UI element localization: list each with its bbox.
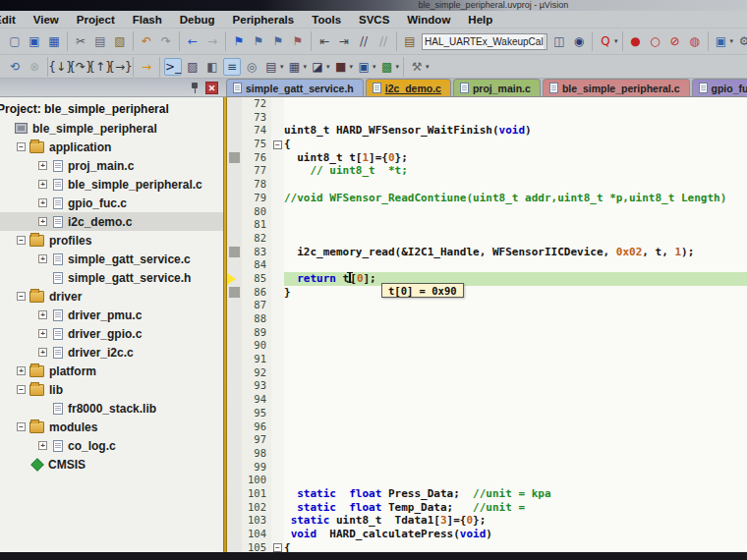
breakpoint-margin[interactable] bbox=[227, 97, 242, 111]
pin-icon[interactable] bbox=[190, 82, 200, 93]
code-line-74[interactable]: 74uint8_t HARD_WFSensor_WaitFinish(void) bbox=[227, 124, 747, 138]
redo-icon[interactable]: ↷ bbox=[157, 32, 175, 50]
cut-icon[interactable]: ✂ bbox=[72, 32, 89, 50]
expander-minus-icon[interactable]: − bbox=[17, 422, 26, 431]
tree-item-driver-i2c-c[interactable]: +driver_i2c.c bbox=[0, 343, 223, 362]
breakpoint-margin[interactable] bbox=[227, 312, 242, 326]
expander-plus-icon[interactable]: + bbox=[38, 180, 47, 189]
bookmark-prev-icon[interactable]: ⚑ bbox=[250, 32, 267, 50]
code-line-99[interactable]: 99 bbox=[227, 461, 747, 475]
code-line-91[interactable]: 91 bbox=[227, 353, 747, 366]
expander-plus-icon[interactable]: + bbox=[38, 441, 47, 450]
tree-item-driver-pmu-c[interactable]: +driver_pmu.c bbox=[0, 306, 223, 324]
tree-item-ble-simple-peripheral-c[interactable]: +ble_simple_peripheral.c bbox=[0, 175, 223, 194]
menu-project[interactable]: Project bbox=[68, 13, 124, 27]
disassembly-icon[interactable]: ▨ bbox=[184, 58, 201, 76]
code-line-88[interactable]: 88 bbox=[227, 312, 747, 326]
serial-window-icon[interactable]: ◪ bbox=[309, 58, 326, 76]
toolbox-icon[interactable]: ⚒ bbox=[408, 58, 426, 76]
tree-item-i2c-demo-c[interactable]: +i2c_demo.c bbox=[0, 212, 223, 231]
expander-plus-icon[interactable]: + bbox=[38, 198, 47, 207]
tree-item-simple-gatt-service-c[interactable]: +simple_gatt_service.c bbox=[0, 250, 223, 268]
code-line-92[interactable]: 92 bbox=[227, 366, 747, 380]
expander-plus-icon[interactable]: + bbox=[38, 161, 47, 170]
code-line-100[interactable]: 100 bbox=[227, 474, 747, 487]
breakpoint-margin[interactable] bbox=[227, 528, 242, 541]
fold-collapse-icon[interactable]: − bbox=[273, 140, 282, 149]
code-line-84[interactable]: 84 bbox=[227, 258, 747, 272]
expander-plus-icon[interactable]: + bbox=[38, 348, 47, 357]
code-line-86[interactable]: 86} bbox=[227, 286, 747, 300]
indent-icon[interactable]: ⇥ bbox=[335, 32, 353, 50]
breakpoint-margin[interactable] bbox=[227, 205, 242, 219]
breakpoint-margin[interactable] bbox=[227, 420, 242, 434]
code-line-81[interactable]: 81 bbox=[227, 218, 747, 232]
code-line-80[interactable]: 80 bbox=[227, 205, 747, 219]
tree-item-driver[interactable]: −driver bbox=[0, 287, 223, 306]
menu-tools[interactable]: Tools bbox=[303, 13, 350, 27]
save-all-icon[interactable]: ▦ bbox=[45, 32, 63, 50]
chevron-down-icon[interactable]: ▾ bbox=[426, 63, 430, 71]
code-line-90[interactable]: 90 bbox=[227, 339, 747, 353]
code-line-76[interactable]: 76 uint8_t t[1]={0}; bbox=[227, 151, 747, 165]
configure-icon[interactable]: ⚙ bbox=[735, 32, 747, 50]
breakpoint-margin[interactable] bbox=[227, 246, 242, 259]
tree-item-driver-gpio-c[interactable]: +driver_gpio.c bbox=[0, 324, 223, 343]
tab-ble_simple_peripheral-c[interactable]: ble_simple_peripheral.c bbox=[543, 79, 690, 96]
command-window-icon[interactable]: >_ bbox=[164, 58, 182, 76]
tree-item-proj-main-c[interactable]: +proj_main.c bbox=[0, 156, 223, 175]
breakpoint-toggle-icon[interactable]: ○ bbox=[647, 32, 664, 50]
search-files-icon[interactable]: ◫ bbox=[550, 32, 568, 50]
new-file-icon[interactable]: ▢ bbox=[6, 32, 24, 50]
code-line-78[interactable]: 78 bbox=[227, 178, 747, 192]
tree-item-lib[interactable]: −lib bbox=[0, 380, 223, 399]
copy-icon[interactable]: ▤ bbox=[91, 32, 109, 50]
expander-plus-icon[interactable]: + bbox=[38, 310, 47, 319]
watch-window-icon[interactable]: ▤ bbox=[262, 58, 280, 76]
code-line-77[interactable]: 77 // uint8_t *t; bbox=[227, 164, 747, 178]
uncomment-icon[interactable]: // bbox=[374, 32, 392, 50]
code-line-104[interactable]: 104 void HARD_calculatePress(void) bbox=[227, 528, 747, 541]
registers-icon[interactable]: ≡ bbox=[223, 58, 241, 76]
tab-simple_gatt_service-h[interactable]: simple_gatt_service.h bbox=[226, 79, 364, 96]
expander-plus-icon[interactable]: + bbox=[38, 254, 47, 263]
breakpoint-margin[interactable] bbox=[227, 192, 242, 205]
breakpoint-margin[interactable] bbox=[227, 514, 242, 528]
expander-minus-icon[interactable]: − bbox=[17, 142, 26, 151]
stop-debug-icon[interactable]: ⊗ bbox=[26, 58, 43, 76]
code-line-85[interactable]: 85 return t[0]; bbox=[227, 272, 747, 286]
expander-minus-icon[interactable]: − bbox=[17, 236, 26, 245]
chevron-down-icon[interactable]: ▾ bbox=[396, 63, 400, 71]
breakpoint-margin[interactable] bbox=[227, 326, 242, 340]
code-line-79[interactable]: 79//void WFSensor_ReadContiune(uint8_t a… bbox=[227, 192, 747, 205]
code-line-102[interactable]: 102 static float Temp_Data; //unit = bbox=[227, 501, 747, 515]
tree-item-profiles[interactable]: −profiles bbox=[0, 231, 223, 250]
breakpoint-margin[interactable] bbox=[227, 299, 242, 312]
license-icon[interactable]: ◉ bbox=[570, 32, 588, 50]
breakpoint-margin[interactable] bbox=[227, 124, 242, 138]
bookmark-next-icon[interactable]: ⚑ bbox=[269, 32, 287, 50]
chevron-down-icon[interactable]: ▾ bbox=[304, 63, 308, 71]
tree-item-cmsis[interactable]: CMSIS bbox=[0, 455, 223, 474]
chevron-down-icon[interactable]: ▾ bbox=[280, 63, 284, 71]
code-line-95[interactable]: 95 bbox=[227, 407, 747, 420]
tree-item-gpio-fuc-c[interactable]: +gpio_fuc.c bbox=[0, 194, 223, 212]
find-icon[interactable]: Q bbox=[597, 32, 614, 50]
comment-icon[interactable]: // bbox=[355, 32, 373, 50]
breakpoint-margin[interactable] bbox=[227, 258, 242, 272]
breakpoint-margin[interactable] bbox=[227, 393, 242, 407]
reset-icon[interactable]: ⟲ bbox=[6, 58, 24, 76]
breakpoint-margin[interactable] bbox=[227, 433, 242, 447]
step-into-icon[interactable]: {↓} bbox=[52, 58, 70, 76]
code-line-97[interactable]: 97 bbox=[227, 433, 747, 447]
logic-analyzer-icon[interactable]: ▩ bbox=[378, 58, 396, 76]
symbols-window-icon[interactable]: ◧ bbox=[203, 58, 221, 76]
expander-plus-icon[interactable]: + bbox=[38, 329, 47, 338]
navigate-forward-icon[interactable]: → bbox=[203, 32, 221, 50]
code-line-83[interactable]: 83 i2c_memory_read(&I2C1_Handle, WFSenso… bbox=[227, 246, 747, 259]
tab-i2c_demo-c[interactable]: i2c_demo.c bbox=[366, 79, 451, 96]
menu-flash[interactable]: Flash bbox=[124, 13, 171, 27]
breakpoint-margin[interactable] bbox=[227, 501, 242, 515]
code-line-72[interactable]: 72 bbox=[227, 97, 747, 111]
breakpoint-margin[interactable] bbox=[227, 379, 242, 393]
